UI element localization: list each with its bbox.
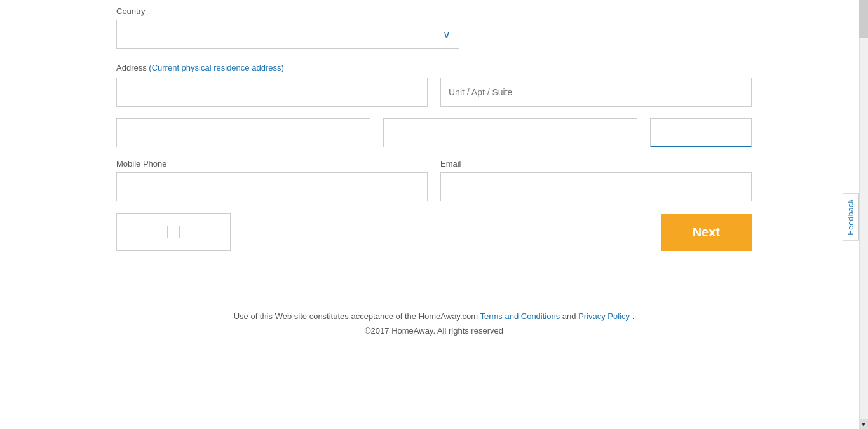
page-wrapper: Country United States Canada United King…: [0, 0, 868, 429]
mobile-phone-input[interactable]: [116, 172, 428, 201]
street-address-group: [116, 78, 428, 107]
footer-divider: [0, 296, 868, 296]
country-field-group: Country United States Canada United King…: [116, 6, 752, 49]
address-label-group: Address (Current physical residence addr…: [116, 63, 752, 72]
captcha-checkbox[interactable]: [167, 226, 180, 238]
scrollbar-arrow-down[interactable]: ▼: [859, 419, 868, 429]
zip-field-group: [650, 118, 752, 147]
unit-address-input[interactable]: [440, 78, 752, 107]
city-field-group: [116, 118, 370, 147]
email-field-group: Email: [440, 159, 752, 201]
email-input[interactable]: [440, 172, 752, 201]
terms-link[interactable]: Terms and Conditions: [480, 311, 560, 321]
country-select-wrapper: United States Canada United Kingdom Aust…: [116, 20, 459, 49]
country-select[interactable]: United States Canada United Kingdom Aust…: [116, 20, 459, 49]
address-row-1: [116, 78, 752, 107]
feedback-tab[interactable]: Feedback: [843, 193, 859, 241]
privacy-link[interactable]: Privacy Policy: [578, 311, 630, 321]
captcha-inner: [167, 226, 180, 238]
scrollbar-thumb[interactable]: [859, 0, 868, 38]
captcha-box[interactable]: [116, 213, 231, 251]
email-label: Email: [440, 159, 752, 168]
country-label: Country: [116, 6, 752, 16]
mobile-phone-field-group: Mobile Phone: [116, 159, 428, 201]
zip-input[interactable]: [650, 118, 752, 147]
mobile-phone-label: Mobile Phone: [116, 159, 428, 168]
footer-copyright: ©2017 HomeAway. All rights reserved: [0, 323, 868, 338]
bottom-row: Next: [116, 213, 752, 251]
address-label: Address (Current physical residence addr…: [116, 63, 752, 72]
state-field-group: [383, 118, 637, 147]
footer-text: Use of this Web site constitutes accepta…: [0, 309, 868, 339]
form-container: Country United States Canada United King…: [59, 0, 809, 276]
street-address-input[interactable]: [116, 78, 428, 107]
state-input[interactable]: [383, 118, 637, 147]
address-row-2: [116, 118, 752, 147]
next-button[interactable]: Next: [661, 214, 752, 251]
scrollbar: ▲ ▼: [859, 0, 868, 429]
contact-row: Mobile Phone Email: [116, 159, 752, 201]
unit-address-group: [440, 78, 752, 107]
footer-line-1: Use of this Web site constitutes accepta…: [0, 309, 868, 323]
feedback-tab-container: Feedback: [843, 193, 859, 241]
city-input[interactable]: [116, 118, 370, 147]
